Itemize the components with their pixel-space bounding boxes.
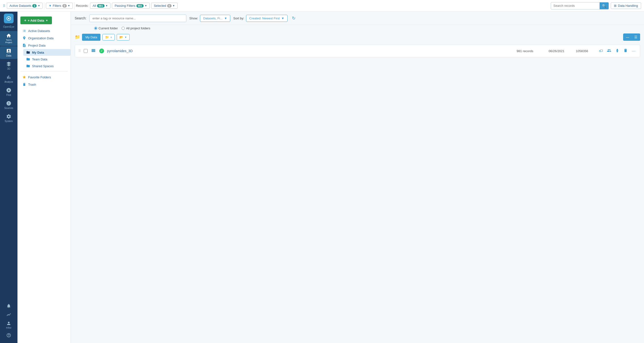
sidebar-item-team-data[interactable]: Team Data xyxy=(23,56,70,62)
trash-label: Trash xyxy=(28,83,36,86)
grid-view-icon: ☰ xyxy=(634,35,638,39)
records-all-count: 981 xyxy=(97,4,104,8)
favorite-folders-label: Favorite Folders xyxy=(28,76,51,79)
app-logo[interactable] xyxy=(4,14,14,23)
drag-handle[interactable]: ⠿ xyxy=(78,49,81,53)
current-folder-option[interactable]: Current folder xyxy=(94,26,118,30)
search-records-button[interactable]: 🔍 xyxy=(600,2,608,9)
sidebar-section: Active Datasets Organization Data Projec… xyxy=(18,27,70,49)
filters-button[interactable]: ▼ Filters 0 ▼ xyxy=(46,3,72,9)
status-indicator xyxy=(99,48,104,53)
sidebar-item-trash[interactable]: Trash xyxy=(20,81,69,88)
dataset-records: 981 records xyxy=(516,49,546,53)
grid-icon: ⠿ xyxy=(3,4,5,8)
data-handling-button[interactable]: ⊞ Data Handling xyxy=(611,2,641,9)
all-folders-radio[interactable] xyxy=(122,27,125,30)
topbar-left: ⠿ Active Datasets 1 ▼ ▼ Filters 0 ▼ Reco… xyxy=(3,2,178,9)
sidebar-item-sources[interactable]: Sources xyxy=(0,99,18,111)
row-actions: 🏷 ⋯ xyxy=(598,47,636,54)
all-folders-label: All project folders xyxy=(126,26,150,30)
dataset-type-icon xyxy=(90,48,96,54)
all-folders-option[interactable]: All project folders xyxy=(122,26,150,30)
current-folder-label: Current folder xyxy=(98,26,118,30)
data-list: ⠿ pyrrolamides_3D 981 records 06/26/2021… xyxy=(71,43,644,343)
rocket-button[interactable] xyxy=(614,47,620,54)
tag-search-input[interactable] xyxy=(89,14,186,22)
records-label: Records: xyxy=(76,4,88,8)
chevron-folder-icon: ▼ xyxy=(124,36,127,38)
show-label: Show: xyxy=(189,16,198,20)
search-records-input[interactable] xyxy=(551,3,600,9)
arrow-down-icon: ▼ xyxy=(46,19,48,22)
svg-point-1 xyxy=(8,18,10,19)
current-folder-radio[interactable] xyxy=(94,27,97,30)
active-datasets-button[interactable]: Active Datasets 1 ▼ xyxy=(7,3,43,9)
nav-analyze-label: Analyze xyxy=(4,80,13,83)
brand-label: OpenEye xyxy=(3,25,14,28)
chevron-down-icon4: ▼ xyxy=(144,4,147,7)
action-bar: 📁 My Data 📁 + 📂 ▼ — ☰ xyxy=(71,32,644,43)
main: OpenEye Tom'sProject Data 3D Analyze Flo… xyxy=(0,12,644,343)
nav-help[interactable] xyxy=(5,331,12,339)
my-data-tab-label: My Data xyxy=(86,36,97,39)
tag-button[interactable]: 🏷 xyxy=(598,48,604,54)
share-button[interactable] xyxy=(606,47,612,54)
sidebar-item-shared-spaces[interactable]: Shared Spaces xyxy=(23,62,70,70)
folder-nav-icon: 📁 xyxy=(75,34,80,40)
sidebar-item-floe[interactable]: Floe xyxy=(0,86,18,98)
show-select-button[interactable]: Datasets, Fi... ▼ xyxy=(200,15,230,22)
nav-home-label: Tom'sProject xyxy=(5,39,12,44)
sidebar-item-active-datasets[interactable]: Active Datasets xyxy=(20,27,69,34)
selected-button[interactable]: Selected 0 ▼ xyxy=(151,3,178,9)
refresh-button[interactable]: ↻ xyxy=(290,14,297,22)
search-label: Search: xyxy=(75,16,86,20)
sidebar-item-organization-data[interactable]: Organization Data xyxy=(20,34,69,42)
dataset-size: 1058356 xyxy=(576,49,595,53)
my-data-folder-button[interactable]: My Data xyxy=(82,34,100,41)
nav-user[interactable]: trdiaz xyxy=(5,320,12,330)
sidebar-item-3d[interactable]: 3D xyxy=(0,60,18,72)
sidebar-item-home[interactable]: Tom'sProject xyxy=(0,31,18,46)
left-nav: OpenEye Tom'sProject Data 3D Analyze Flo… xyxy=(0,12,18,343)
active-datasets-count: 1 xyxy=(32,4,37,8)
add-data-label: + Add Data xyxy=(28,19,44,22)
more-options-button[interactable]: ⋯ xyxy=(631,48,636,54)
view-list-button[interactable]: — xyxy=(623,34,632,41)
chevron-down-icon: ▼ xyxy=(38,4,40,7)
nav-data-label: Data xyxy=(6,54,11,57)
new-folder-label: + xyxy=(110,36,112,39)
passing-filters-count: 981 xyxy=(136,4,144,8)
chevron-show-icon: ▼ xyxy=(224,16,227,20)
nav-sources-label: Sources xyxy=(4,107,13,110)
sidebar: + + Add Data ▼ Active Datasets Organizat… xyxy=(18,12,71,343)
sort-button[interactable]: Created: Newest First ▼ xyxy=(246,15,288,22)
data-handling-label: Data Handling xyxy=(618,4,638,8)
nav-activity[interactable] xyxy=(5,311,12,318)
sidebar-item-data[interactable]: Data xyxy=(0,46,18,59)
add-data-button[interactable]: + + Add Data ▼ xyxy=(20,16,52,24)
sidebar-item-system[interactable]: System xyxy=(0,112,18,124)
filters-count: 0 xyxy=(62,4,67,8)
passing-filters-button[interactable]: Passing Filters 981 ▼ xyxy=(112,3,150,9)
radio-row: Current folder All project folders xyxy=(90,25,644,32)
new-folder-button[interactable]: 📁 + xyxy=(102,34,115,40)
sidebar-item-project-data[interactable]: Project Data xyxy=(20,42,69,49)
nav-notifications[interactable] xyxy=(5,302,12,310)
content-area: Search: Show: Datasets, Fi... ▼ Sort by:… xyxy=(71,12,644,343)
sidebar-item-favorite-folders[interactable]: Favorite Folders xyxy=(20,74,69,81)
records-all-button[interactable]: All 981 ▼ xyxy=(90,3,111,9)
sidebar-sub: My Data Team Data Shared Spaces xyxy=(18,49,70,70)
search-input-wrap xyxy=(89,14,186,22)
folder-arrow-icon: 📂 xyxy=(120,36,123,39)
selected-label: Selected xyxy=(154,4,166,8)
sidebar-item-analyze[interactable]: Analyze xyxy=(0,72,18,85)
view-grid-button[interactable]: ☰ xyxy=(632,34,640,41)
row-checkbox[interactable] xyxy=(84,49,88,53)
active-datasets-sidebar-label: Active Datasets xyxy=(28,29,50,33)
folder-action-button[interactable]: 📂 ▼ xyxy=(117,34,130,40)
sidebar-item-my-data[interactable]: My Data xyxy=(23,49,70,56)
delete-button[interactable] xyxy=(622,47,629,54)
chevron-sort-icon: ▼ xyxy=(281,16,284,20)
dataset-name: pyrrolamides_3D xyxy=(107,49,514,53)
organization-data-label: Organization Data xyxy=(28,36,54,40)
